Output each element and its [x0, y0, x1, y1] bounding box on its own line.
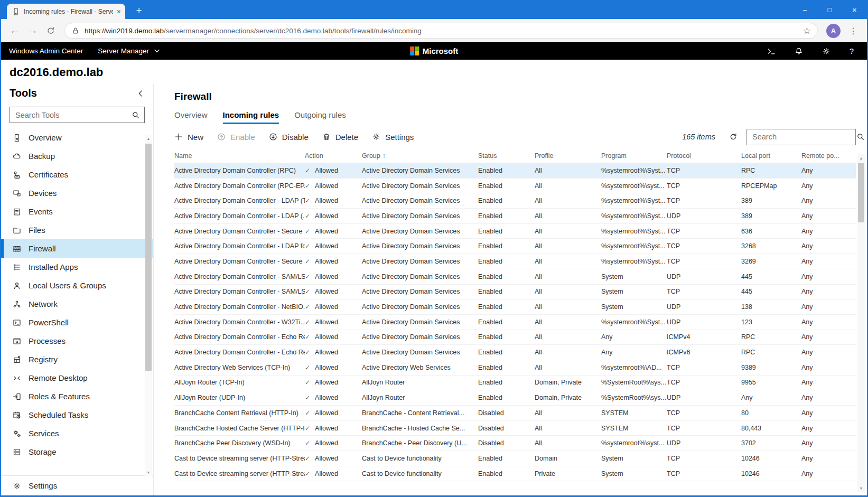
- table-row[interactable]: Active Directory Domain Controller - W32…: [174, 315, 856, 330]
- reload-button[interactable]: [43, 23, 58, 38]
- window-maximize-button[interactable]: □: [817, 0, 842, 19]
- tab-incoming-rules[interactable]: Incoming rules: [223, 110, 279, 124]
- table-row[interactable]: Active Directory Domain Controller - LDA…: [174, 193, 856, 209]
- sidebar-item-certificates[interactable]: Certificates: [1, 165, 153, 184]
- scroll-down-icon[interactable]: ▼: [145, 468, 152, 476]
- window-close-button[interactable]: ×: [842, 0, 867, 19]
- refresh-icon[interactable]: [729, 133, 738, 141]
- bookmark-star-icon[interactable]: ☆: [803, 25, 811, 36]
- table-row[interactable]: Cast to Device streaming server (HTTP-St…: [174, 451, 856, 466]
- sidebar-item-processes[interactable]: Processes: [1, 332, 153, 350]
- cell-local-port: 10246: [741, 470, 801, 477]
- new-tab-button[interactable]: +: [132, 4, 146, 17]
- scrollbar-thumb[interactable]: [145, 144, 152, 371]
- tools-search-input[interactable]: [10, 111, 132, 119]
- table-row[interactable]: Active Directory Web Services (TCP-In)✓A…: [174, 360, 856, 376]
- tab-close-icon[interactable]: ×: [117, 8, 121, 15]
- table-row[interactable]: Active Directory Domain Controller - Ech…: [174, 330, 856, 345]
- column-header-remote-port[interactable]: Remote po...: [801, 152, 856, 160]
- app-title[interactable]: Windows Admin Center: [9, 47, 83, 55]
- sidebar-item-powershell[interactable]: PowerShell: [1, 313, 153, 332]
- sidebar-item-installed-apps[interactable]: Installed Apps: [1, 258, 153, 276]
- table-row[interactable]: Active Directory Domain Controller (RPC)…: [174, 163, 856, 179]
- server-manager-menu[interactable]: Server Manager: [98, 47, 161, 55]
- tab-overview[interactable]: Overview: [174, 110, 208, 124]
- help-icon[interactable]: ?: [850, 46, 854, 55]
- action-label: Allowed: [315, 349, 338, 356]
- cell-program: %systemroot%\Syst...: [601, 197, 667, 204]
- column-header-name[interactable]: Name: [174, 152, 305, 160]
- table-row[interactable]: Active Directory Domain Controller - LDA…: [174, 239, 856, 254]
- cell-name: Active Directory Domain Controller - LDA…: [174, 197, 305, 204]
- column-header-action[interactable]: Action: [305, 152, 362, 160]
- collapse-sidebar-icon[interactable]: [136, 89, 145, 98]
- processes-icon: [12, 337, 22, 345]
- cell-name: Active Directory Domain Controller (RPC): [174, 167, 305, 174]
- window-minimize-button[interactable]: –: [792, 0, 817, 19]
- forward-button[interactable]: →: [25, 23, 40, 38]
- sidebar-item-files[interactable]: Files: [1, 221, 153, 239]
- browser-menu-icon[interactable]: ⋮: [846, 23, 861, 38]
- table-row[interactable]: Active Directory Domain Controller - SAM…: [174, 285, 856, 300]
- table-row[interactable]: Active Directory Domain Controller - LDA…: [174, 209, 856, 224]
- sidebar-item-scheduled-tasks[interactable]: Scheduled Tasks: [1, 406, 153, 424]
- tool-title: Firewall: [174, 91, 856, 102]
- table-row[interactable]: AllJoyn Router (UDP-In)✓AllowedAllJoyn R…: [174, 390, 856, 406]
- powershell-console-icon[interactable]: [767, 47, 776, 55]
- table-row[interactable]: Cast to Device streaming server (HTTP-St…: [174, 466, 856, 482]
- column-header-local-port[interactable]: Local port: [741, 152, 801, 160]
- table-row[interactable]: AllJoyn Router (TCP-In)✓AllowedAllJoyn R…: [174, 376, 856, 391]
- sidebar-item-storage[interactable]: Storage: [1, 443, 153, 461]
- cell-name: Active Directory Domain Controller - SAM…: [174, 273, 305, 280]
- table-row[interactable]: BranchCache Content Retrieval (HTTP-In)✓…: [174, 406, 856, 421]
- rules-settings-button[interactable]: Settings: [372, 133, 414, 142]
- action-label: Allowed: [315, 364, 338, 371]
- column-header-protocol[interactable]: Protocol: [667, 152, 741, 160]
- table-row[interactable]: Active Directory Domain Controller (RPC-…: [174, 179, 856, 194]
- delete-rule-button[interactable]: Delete: [322, 133, 358, 142]
- settings-gear-icon[interactable]: [822, 47, 830, 55]
- notifications-bell-icon[interactable]: [795, 47, 803, 55]
- sidebar-item-events[interactable]: Events: [1, 202, 153, 221]
- column-header-profile[interactable]: Profile: [535, 152, 601, 160]
- table-row[interactable]: Active Directory Domain Controller - SAM…: [174, 269, 856, 285]
- table-row[interactable]: BranchCache Hosted Cache Server (HTTP-In…: [174, 421, 856, 436]
- scroll-up-icon[interactable]: ▲: [145, 135, 152, 143]
- table-row[interactable]: Active Directory Domain Controller - Sec…: [174, 224, 856, 239]
- address-bar[interactable]: https://win2019.demo.lab/servermanager/c…: [64, 23, 818, 39]
- sidebar-item-roles-features[interactable]: Roles & Features: [1, 387, 153, 406]
- sidebar-item-registry[interactable]: Registry: [1, 350, 153, 369]
- sidebar-item-services[interactable]: Services: [1, 424, 153, 443]
- back-button[interactable]: ←: [7, 23, 22, 38]
- column-header-program[interactable]: Program: [601, 152, 667, 160]
- column-header-group[interactable]: Group↑: [362, 152, 478, 160]
- disable-rule-button[interactable]: Disable: [269, 133, 309, 142]
- browser-profile-avatar[interactable]: A: [826, 24, 841, 38]
- scrollbar-thumb[interactable]: [858, 163, 864, 222]
- sidebar-item-label: Backup: [29, 152, 55, 161]
- browser-tab[interactable]: Incoming rules - Firewall - Server ×: [7, 4, 125, 19]
- sidebar-item-backup[interactable]: Backup: [1, 147, 153, 165]
- scroll-down-icon[interactable]: ▼: [857, 484, 865, 492]
- cell-program: %SystemRoot%\sys...: [601, 379, 667, 386]
- new-rule-button[interactable]: New: [174, 133, 203, 142]
- scroll-up-icon[interactable]: ▲: [857, 154, 865, 162]
- table-row[interactable]: Active Directory Domain Controller - Sec…: [174, 254, 856, 269]
- sidebar-item-overview[interactable]: Overview: [1, 128, 153, 147]
- table-row[interactable]: Active Directory Domain Controller - Net…: [174, 299, 856, 315]
- table-scrollbar[interactable]: ▲ ▼: [857, 154, 865, 492]
- table-row[interactable]: Active Directory Domain Controller - Ech…: [174, 345, 856, 360]
- sidebar-item-devices[interactable]: Devices: [1, 184, 153, 202]
- sidebar-item-settings[interactable]: Settings: [1, 476, 153, 495]
- sidebar-scrollbar[interactable]: ▲ ▼: [145, 135, 152, 476]
- sidebar-item-network[interactable]: Network: [1, 295, 153, 313]
- sidebar-item-remote-desktop[interactable]: Remote Desktop: [1, 369, 153, 387]
- rules-search-input[interactable]: [747, 133, 856, 141]
- enable-rule-button[interactable]: Enable: [217, 133, 255, 142]
- sidebar-item-firewall[interactable]: Firewall: [1, 239, 153, 258]
- action-label: Allowed: [315, 258, 338, 265]
- column-header-status[interactable]: Status: [478, 152, 535, 160]
- sidebar-item-local-users-groups[interactable]: Local Users & Groups: [1, 276, 153, 295]
- table-row[interactable]: BranchCache Peer Discovery (WSD-In)✓Allo…: [174, 436, 856, 451]
- tab-outgoing-rules[interactable]: Outgoing rules: [294, 110, 346, 124]
